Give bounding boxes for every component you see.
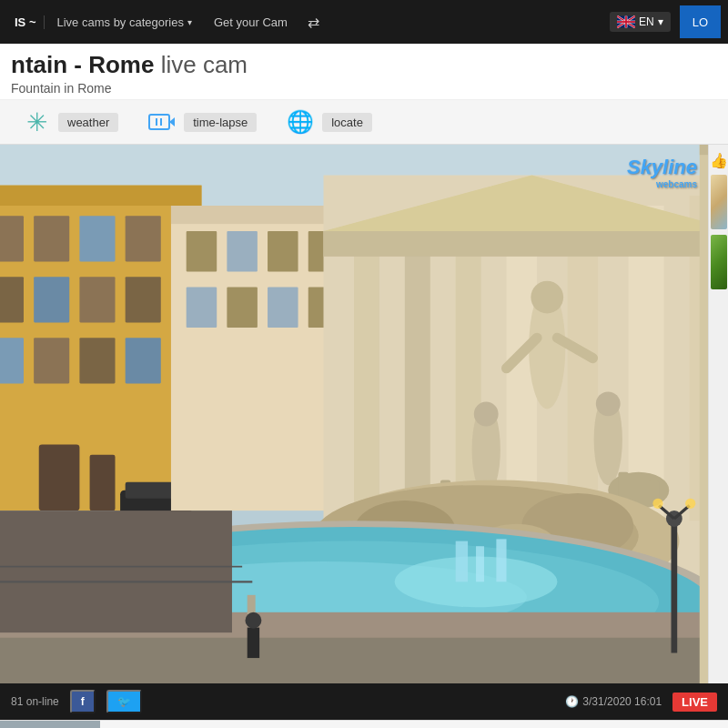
locate-label: locate <box>322 113 372 132</box>
svg-rect-96 <box>0 511 232 632</box>
login-button[interactable]: LO <box>680 5 721 38</box>
svg-rect-26 <box>34 338 69 383</box>
svg-rect-23 <box>79 277 115 322</box>
svg-rect-78 <box>476 546 484 581</box>
svg-rect-101 <box>700 145 708 683</box>
locate-button[interactable]: 🌐 locate <box>286 107 372 136</box>
svg-rect-37 <box>268 231 298 272</box>
main-content: Skyline webcams 👍 <box>0 145 728 683</box>
svg-rect-17 <box>0 216 24 261</box>
svg-point-95 <box>685 499 695 509</box>
page-title: ntain - Rome live cam <box>11 51 717 79</box>
svg-rect-28 <box>126 338 161 383</box>
skyline-label: Skyline <box>627 156 697 178</box>
status-bar: 81 on-line f 🐦 🕐 3/31/2020 16:01 LIVE <box>0 683 728 720</box>
svg-rect-44 <box>354 237 379 521</box>
svg-rect-24 <box>126 277 161 322</box>
svg-rect-16 <box>0 186 201 206</box>
svg-rect-9 <box>149 115 169 129</box>
live-badge: LIVE <box>672 693 717 712</box>
svg-rect-45 <box>405 237 430 521</box>
svg-rect-102 <box>700 145 708 155</box>
svg-rect-40 <box>227 288 258 329</box>
nav-live-cams[interactable]: Live cams by categories ▾ <box>48 0 201 44</box>
video-wrapper[interactable]: Skyline webcams <box>0 145 708 683</box>
svg-rect-48 <box>568 216 599 521</box>
skyline-badge: Skyline webcams <box>627 156 697 189</box>
like-icon[interactable]: 👍 <box>710 152 728 169</box>
timelapse-label: time-lapse <box>184 113 257 132</box>
svg-rect-30 <box>90 455 116 511</box>
svg-point-58 <box>474 402 499 427</box>
timelapse-button[interactable]: time-lapse <box>147 107 257 136</box>
sidebar-thumb-1[interactable] <box>711 175 727 229</box>
timelapse-icon <box>147 107 177 136</box>
svg-rect-97 <box>248 628 259 659</box>
nav-get-cam-label: Get your Cam <box>214 15 288 29</box>
svg-rect-35 <box>187 231 217 272</box>
svg-rect-27 <box>79 338 115 383</box>
bottom-ad: 399,800円でここまでやります XXXXXXXXXXXXXXXXXXXXXX… <box>0 720 728 728</box>
page-subtitle: Fountain in Rome <box>11 81 717 96</box>
skyline-sub: webcams <box>627 179 697 189</box>
svg-point-94 <box>652 499 662 509</box>
twitter-button[interactable]: 🐦 <box>106 690 142 713</box>
weather-button[interactable]: ✳ weather <box>22 107 118 136</box>
ad-text: 399,800円でここまでやります XXXXXXXXXXXXXXXXXXXXXX… <box>100 721 348 728</box>
svg-rect-51 <box>323 231 708 257</box>
clock-icon: 🕐 <box>565 695 579 708</box>
language-selector[interactable]: EN ▾ <box>610 12 671 32</box>
page-header: ntain - Rome live cam Fountain in Rome <box>0 44 728 100</box>
weather-label: weather <box>58 113 118 132</box>
svg-rect-36 <box>227 231 258 272</box>
locate-icon: 🌐 <box>286 107 315 136</box>
svg-rect-77 <box>456 541 468 582</box>
chevron-down-icon: ▾ <box>187 17 192 27</box>
fountain-scene <box>0 145 708 683</box>
svg-rect-18 <box>34 216 69 261</box>
uk-flag-icon <box>617 15 635 28</box>
svg-rect-29 <box>39 445 80 511</box>
svg-rect-20 <box>126 216 161 261</box>
page-title-prefix: ntain - Rome <box>11 51 154 78</box>
ad-thumbnail <box>0 721 100 728</box>
timestamp-value: 3/31/2020 16:01 <box>582 695 662 708</box>
sidebar-thumb-2[interactable] <box>711 235 727 289</box>
svg-rect-25 <box>0 338 24 383</box>
weather-icon: ✳ <box>22 107 51 136</box>
toolbar: ✳ weather time-lapse 🌐 locate <box>0 100 728 145</box>
svg-rect-19 <box>79 216 115 261</box>
svg-rect-39 <box>187 288 217 329</box>
shuffle-icon[interactable]: ⇄ <box>300 14 327 31</box>
lang-label: EN <box>639 15 654 28</box>
svg-rect-80 <box>0 632 708 683</box>
sidebar: 👍 <box>708 145 728 683</box>
svg-point-54 <box>531 281 563 314</box>
svg-rect-90 <box>671 521 677 652</box>
svg-rect-103 <box>0 721 100 728</box>
svg-rect-21 <box>0 277 24 322</box>
nav-get-cam[interactable]: Get your Cam <box>205 0 297 44</box>
navbar: IS ~ Live cams by categories ▾ Get your … <box>0 0 728 44</box>
svg-rect-41 <box>268 288 298 329</box>
nav-live-cams-label: Live cams by categories <box>57 15 184 29</box>
svg-rect-22 <box>34 277 69 322</box>
online-count: 81 on-line <box>11 695 59 708</box>
site-logo[interactable]: IS ~ <box>7 15 45 29</box>
page-title-suffix: live cam <box>154 51 248 78</box>
lang-chevron-icon: ▾ <box>658 15 663 28</box>
svg-rect-79 <box>496 540 506 582</box>
svg-point-60 <box>596 392 621 417</box>
timestamp: 🕐 3/31/2020 16:01 <box>565 695 662 708</box>
facebook-button[interactable]: f <box>70 690 96 713</box>
svg-point-98 <box>245 612 261 629</box>
